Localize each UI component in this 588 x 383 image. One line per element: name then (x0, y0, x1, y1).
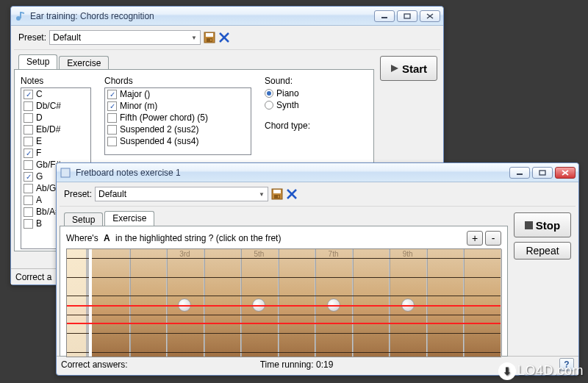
delete-icon[interactable] (218, 32, 230, 43)
checkbox-icon[interactable] (107, 137, 117, 146)
checkbox-icon[interactable]: ✓ (24, 90, 33, 99)
checkbox-icon[interactable] (24, 184, 33, 193)
svg-rect-1 (20, 12, 21, 18)
stop-label: Stop (536, 219, 560, 232)
chevron-down-icon: ▼ (191, 35, 197, 41)
checkbox-icon[interactable] (24, 101, 33, 111)
checkbox-icon[interactable] (24, 160, 33, 170)
maximize-button[interactable] (397, 10, 417, 22)
fret-line (204, 249, 205, 357)
fret-line (166, 249, 168, 357)
checkbox-icon[interactable] (24, 125, 33, 135)
chords-label: Chords (104, 76, 251, 86)
fretboard[interactable]: 3rd5th7th9th (66, 248, 501, 357)
string-line (92, 296, 501, 296)
note-item[interactable]: E (21, 135, 90, 147)
chord-label: Major () (120, 89, 150, 99)
repeat-button[interactable]: Repeat (514, 242, 571, 259)
fret-line (129, 249, 131, 357)
tab-setup[interactable]: Setup (18, 54, 57, 69)
fret-line (426, 249, 428, 357)
svg-rect-3 (404, 14, 410, 18)
checkbox-icon[interactable] (24, 196, 33, 205)
radio-icon[interactable] (265, 89, 273, 98)
sound-options: PianoSynth (265, 88, 368, 110)
tab-exercise[interactable]: Exercise (104, 211, 154, 226)
chevron-down-icon: ▼ (259, 191, 265, 198)
checkbox-icon[interactable] (107, 113, 117, 123)
highlighted-string (67, 305, 501, 324)
fret-line (463, 249, 465, 357)
stop-button[interactable]: Stop (514, 212, 571, 237)
preset-combo[interactable]: Default ▼ (95, 187, 268, 201)
svg-rect-13 (61, 168, 70, 177)
preset-toolbar: Preset: Default ▼ (14, 29, 440, 50)
preset-label: Preset: (18, 32, 46, 43)
sound-option[interactable]: Synth (265, 100, 368, 110)
note-item[interactable]: D (21, 112, 90, 124)
checkbox-icon[interactable]: ✓ (24, 172, 33, 182)
chord-label: Fifth (Power chord) (5) (120, 112, 208, 123)
checkbox-icon[interactable] (107, 125, 117, 135)
note-item[interactable]: ✓C (21, 88, 90, 100)
app-icon (14, 10, 26, 22)
string-line (92, 352, 501, 353)
tab-setup[interactable]: Setup (64, 212, 103, 226)
minimize-button[interactable] (374, 10, 395, 22)
save-icon[interactable] (204, 32, 215, 43)
chord-item[interactable]: ✓Major () (105, 88, 251, 100)
nut[interactable] (67, 249, 89, 357)
close-button[interactable] (420, 10, 440, 22)
start-label: Start (402, 62, 427, 75)
chord-item[interactable]: Suspended 4 (sus4) (105, 135, 251, 147)
checkbox-icon[interactable] (24, 137, 33, 146)
svg-rect-21 (278, 196, 279, 198)
note-label: B (36, 218, 42, 229)
radio-icon[interactable] (265, 101, 273, 110)
save-icon[interactable] (271, 188, 283, 200)
checkbox-icon[interactable] (24, 219, 33, 229)
sound-option[interactable]: Piano (265, 88, 368, 99)
watermark: ⬇LO4D.com (498, 362, 584, 380)
note-label: E (36, 136, 42, 146)
delete-icon[interactable] (286, 188, 298, 200)
chord-item[interactable]: Suspended 2 (sus2) (105, 124, 251, 135)
minus-button[interactable]: - (485, 231, 501, 246)
titlebar[interactable]: Ear training: Chords recognition (11, 7, 443, 26)
close-button[interactable] (555, 167, 576, 179)
preset-combo[interactable]: Default ▼ (49, 30, 201, 45)
chord-label: Suspended 2 (sus2) (120, 124, 198, 135)
chord-item[interactable]: ✓Minor (m) (105, 100, 251, 112)
string-line (92, 333, 501, 334)
window-title: Fretboard notes exercise 1 (76, 168, 509, 178)
note-label: C (36, 89, 43, 99)
checkbox-icon[interactable]: ✓ (107, 90, 117, 99)
question-text: Where's A in the highlighted string ? (c… (66, 233, 467, 243)
sound-label: Synth (276, 100, 299, 110)
chords-listbox[interactable]: ✓Major ()✓Minor (m)Fifth (Power chord) (… (104, 87, 251, 155)
status-correct: Correct answers: (61, 359, 141, 370)
string-line (92, 277, 501, 278)
note-label: D (36, 112, 43, 123)
note-item[interactable]: Db/C# (21, 100, 90, 112)
preset-value: Default (98, 189, 126, 199)
note-item[interactable]: ✓F (21, 147, 90, 159)
note-label: F (36, 148, 41, 158)
fret-label: 5th (254, 250, 265, 258)
tab-exercise[interactable]: Exercise (59, 56, 109, 70)
checkbox-icon[interactable] (24, 113, 33, 123)
fret-area[interactable]: 3rd5th7th9th (92, 249, 501, 357)
note-label: Db/C# (36, 101, 61, 111)
fret-line (240, 249, 242, 357)
minimize-button[interactable] (509, 167, 530, 179)
checkbox-icon[interactable]: ✓ (107, 101, 117, 111)
start-button[interactable]: Start (380, 56, 437, 81)
svg-rect-15 (539, 171, 545, 175)
titlebar[interactable]: Fretboard notes exercise 1 (57, 163, 578, 182)
plus-button[interactable]: + (467, 231, 483, 246)
checkbox-icon[interactable]: ✓ (24, 148, 33, 158)
checkbox-icon[interactable] (24, 207, 33, 217)
maximize-button[interactable] (532, 167, 553, 179)
chord-item[interactable]: Fifth (Power chord) (5) (105, 112, 251, 124)
note-item[interactable]: Eb/D# (21, 124, 90, 135)
